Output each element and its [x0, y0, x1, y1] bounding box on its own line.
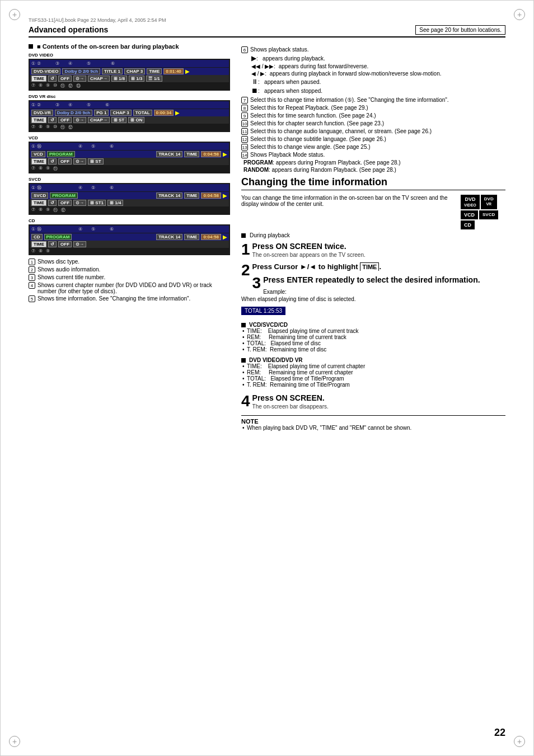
info-item: TOTAL: Elapsed time of disc [241, 340, 505, 346]
dvd-video-bar-row1: DVD-VIDEO Dolby D 2/0 9ch TITLE 1 CHAP 3… [30, 68, 229, 75]
corner-mark-br [514, 736, 525, 747]
list-item: ▶: appears during playback. [241, 54, 505, 62]
list-item: 9 Select this for time search function. … [241, 112, 505, 119]
info-item: TIME: Elapsed playing time of current tr… [241, 328, 505, 334]
vcd-bar: ① ⑭ ④ ⑤ ⑥ VCD PROGRAM TRACK 14 TIME 0:04… [29, 142, 230, 173]
list-item: 14 Shows Playback Mode status. [241, 152, 505, 158]
step-2: 2 Press Cursor ►/◄ to highlight TIME. [241, 262, 505, 271]
dvd-info-title: DVD VIDEO/DVD VR [241, 357, 505, 363]
step-3-title: Press ENTER repeatedly to select the des… [263, 275, 505, 284]
step-1-content: Press ON SCREEN twice. The on-screen bar… [252, 242, 505, 258]
right-numbered-list: 6 Shows playback status. ▶: appears duri… [241, 46, 505, 173]
note-title: NOTE [241, 418, 505, 425]
black-square-icon4 [241, 358, 246, 363]
step-1: 1 Press ON SCREEN twice. The on-screen b… [241, 242, 505, 258]
info-item: T. REM: Remaining time of Title/Program [241, 382, 505, 388]
note-box: NOTE When playing back DVD VR, "TIME" an… [241, 415, 505, 431]
badge-cd: CD [461, 220, 475, 229]
note-item: When playing back DVD VR, "TIME" and "RE… [241, 425, 505, 431]
svcd-bar-nums: ⑦ ⑧ ⑨ ⑪ ⑫ [30, 206, 229, 214]
list-item: 11 Select this to change audio language,… [241, 128, 505, 135]
info-item: REM: Remaining time of current track [241, 334, 505, 340]
file-info: TIIFS33-11[AU].book Page 22 Monday, Apri… [29, 17, 505, 23]
dvd-vr-bar-row2: TIME ↺ OFF ⊙→ CHAP→ ⊞ ST ⊞ ON [30, 116, 229, 124]
changing-time-heading: Changing the time information [241, 176, 505, 190]
step-3: 3 Press ENTER repeatedly to select the d… [241, 275, 505, 284]
list-item: 5 Shows time information. See "Changing … [29, 295, 230, 302]
list-item: ◀ / ▶: appears during playback in forwar… [241, 71, 505, 77]
example-desc: When elapsed playing time of disc is sel… [241, 296, 505, 302]
dvd-vr-num-row: ① ② ③ ④ ⑤ ⑥ [30, 101, 229, 109]
svcd-bar: ① ⑭ ④ ⑤ ⑥ SVCD PROGRAM TRACK 14 TIME 0:0… [29, 183, 230, 215]
step-number-4: 4 [241, 393, 250, 409]
section-title: Advanced operations [29, 25, 108, 34]
svcd-num-row: ① ⑭ ④ ⑤ ⑥ [30, 184, 229, 191]
cd-label: CD [29, 218, 230, 223]
dvd-video-label: DVD VIDEO [29, 53, 230, 58]
cd-bar: ① ⑭ ④ ⑤ ⑥ CD PROGRAM TRACK 14 TIME 0:04:… [29, 224, 230, 255]
cd-bar-row2: TIME ↺ OFF ⊙→ [30, 241, 229, 248]
cd-bar-row1: CD PROGRAM TRACK 14 TIME 0:04:58 ▶ [30, 233, 229, 241]
black-square-icon [29, 44, 33, 49]
svcd-bar-row2: TIME ↺ OFF ⊙→ ⊞ ST1 ⊞ 1/4 [30, 199, 229, 206]
list-item: 2 Shows audio information. [29, 266, 230, 273]
info-item: TOTAL: Elapsed time of Title/Program [241, 375, 505, 382]
dvd-vr-bar-row1: DVD-VR Dolby D 2/0 9ch PG 1 CHAP 3 TOTAL… [30, 109, 229, 116]
numbered-list: 1 Shows disc type. 2 Shows audio informa… [29, 259, 230, 302]
list-item: 10 Select this for chapter search functi… [241, 120, 505, 127]
step-1-title: Press ON SCREEN twice. [252, 242, 505, 251]
two-col-layout: ■ Contents of the on-screen bar during p… [29, 43, 505, 431]
vcd-info-title: VCD/SVCD/CD [241, 322, 505, 328]
corner-mark-tl [9, 9, 20, 20]
list-item: PROGRAM: appears during Program Playback… [241, 159, 505, 166]
list-item: 3 Shows current title number. [29, 274, 230, 281]
dvd-video-bar: ① ② ③ ④ ⑤ ⑥ DVD-VIDEO Dolby D 2/0 9ch TI… [29, 59, 230, 91]
section-header: Advanced operations See page 20 for butt… [29, 25, 505, 37]
subsection-title: ■ Contents of the on-screen bar during p… [29, 43, 230, 50]
list-item: 13 Select this to change view angle. (Se… [241, 144, 505, 151]
cd-bar-nums: ⑦ ⑧ ⑨ [30, 248, 229, 254]
dvd-vr-bar: ① ② ③ ④ ⑤ ⑥ DVD-VR Dolby D 2/0 9ch PG 1 … [29, 100, 230, 132]
example-label: Example: [241, 289, 505, 295]
page: TIIFS33-11[AU].book Page 22 Monday, Apri… [0, 0, 534, 756]
list-item: 12 Select this to change subtitle langua… [241, 136, 505, 143]
badge-svcd: SVCD [479, 210, 498, 219]
step-2-title: Press Cursor ►/◄ to highlight TIME. [252, 262, 505, 271]
dvd-video-bar-nums: ⑦ ⑧ ⑨ ⑩ ⑪ ⑫ ⑬ [30, 82, 229, 90]
dvd-video-bar-row2: TIME ↺ OFF ⊙→ CHAP→ ⊞ 1/8 ⊞ 1/3 ☰ 1/1 [30, 75, 229, 82]
right-column: 6 Shows playback status. ▶: appears duri… [241, 43, 505, 431]
corner-mark-bl [9, 736, 20, 747]
step-4-content: Press ON SCREEN. The on-screen bar disap… [252, 393, 505, 410]
badge-dvd: DVDVIDEO [461, 195, 480, 209]
list-item: 7 Select this to change time information… [241, 97, 505, 104]
list-item: 1 Shows disc type. [29, 259, 230, 265]
changing-time-intro: You can change the time information in t… [241, 195, 451, 232]
badge-dvd-vr: DVDVR [481, 195, 497, 209]
list-item: ◀◀ / ▶▶: appears during fast forward/rev… [241, 63, 505, 69]
svcd-label: SVCD [29, 177, 230, 182]
info-item: T. REM: Remaining time of disc [241, 346, 505, 353]
badge-group: DVDVIDEO DVDVR VCD SVCD CD [461, 195, 505, 229]
dvd-vr-label: DVD VR disc [29, 94, 230, 99]
step-4-sub: The on-screen bar disappears. [252, 403, 505, 410]
svcd-bar-row1: SVCD PROGRAM TRACK 14 TIME 0:04:58 ▶ [30, 192, 229, 199]
during-playback-label: During playback [241, 232, 505, 238]
step-4-title: Press ON SCREEN. [252, 393, 505, 402]
cd-num-row: ① ⑭ ④ ⑤ ⑥ [30, 226, 229, 233]
example-display: TOTAL 1:25:53 [241, 307, 285, 315]
step-4: 4 Press ON SCREEN. The on-screen bar dis… [241, 393, 505, 410]
step-2-content: Press Cursor ►/◄ to highlight TIME. [252, 262, 505, 271]
black-square-icon2 [241, 233, 246, 238]
dvd-video-bar-top: ① ② ③ ④ ⑤ ⑥ [30, 60, 229, 67]
info-item: TIME: Elapsed playing time of current ch… [241, 363, 505, 369]
dvd-info-section: DVD VIDEO/DVD VR TIME: Elapsed playing t… [241, 357, 505, 388]
vcd-bar-row2: TIME ↺ OFF ⊙→ ⊞ ST [30, 158, 229, 165]
list-item: 8 Select this for Repeat Playback. (See … [241, 105, 505, 111]
changing-time-section: Changing the time information You can ch… [241, 176, 505, 431]
dvd-vr-bar-nums: ⑦ ⑧ ⑨ ⑩ ⑪ ⑫ [30, 124, 229, 131]
badge-vcd: VCD [461, 210, 478, 219]
step-number-2: 2 [241, 262, 250, 278]
step-number-3: 3 [252, 275, 261, 291]
page-number: 22 [494, 727, 505, 739]
left-column: ■ Contents of the on-screen bar during p… [29, 43, 230, 431]
